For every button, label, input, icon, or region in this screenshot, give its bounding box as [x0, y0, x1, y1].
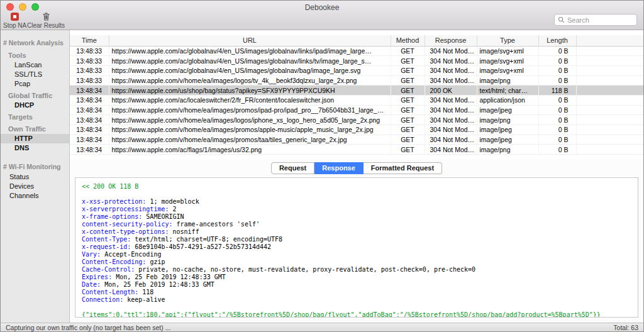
cell-url: https://www.apple.com/ac/globalnav/4/en_…	[109, 56, 391, 66]
cell-url: https://www.apple.com/us/shop/bag/status…	[109, 86, 391, 96]
sidebar-item-lanscan[interactable]: LanScan	[1, 60, 69, 70]
column-header-response[interactable]: Response	[425, 35, 477, 46]
column-header-type[interactable]: Type	[477, 35, 538, 46]
sidebar-item-ssl-tls[interactable]: SSL/TLS	[1, 70, 69, 79]
close-window-button[interactable]	[6, 3, 14, 11]
trash-icon	[42, 13, 50, 21]
response-header-value: keep-alive	[123, 296, 165, 303]
debookee-window: Debookee Stop NA Clear Results	[0, 0, 644, 332]
detail-tabs: RequestResponseFormatted Request	[70, 159, 643, 177]
minimize-window-button[interactable]	[19, 3, 26, 11]
search-input[interactable]	[567, 16, 633, 24]
zoom-window-button[interactable]	[31, 3, 39, 11]
request-row[interactable]: 13:48:34https://www.apple.com/us/shop/ba…	[70, 86, 643, 96]
sidebar-item-status[interactable]: Status	[1, 172, 69, 182]
column-header-url[interactable]: URL	[109, 35, 391, 46]
traffic-lights	[6, 3, 39, 11]
response-header-name: Vary:	[82, 251, 101, 258]
cell-response: 304 Not Mod…	[425, 115, 477, 125]
cell-method: GET	[391, 105, 425, 115]
sidebar-item-devices[interactable]: Devices	[1, 182, 69, 191]
stop-icon	[11, 13, 19, 21]
sidebar-item-own-traffic[interactable]: Own Traffic	[1, 124, 69, 134]
cell-length: 0 B	[538, 56, 576, 66]
response-body: {"items":0,"ttl":180,"api":{"flyout":"/%…	[82, 311, 601, 318]
cell-type: image/svg+xml	[477, 56, 538, 66]
status-bar: Capturing our own traffic only (no targe…	[1, 323, 643, 331]
response-header-name: x-content-type-options:	[82, 228, 169, 235]
cell-length: 0 B	[538, 95, 576, 105]
cell-url: https://www.apple.com/v/home/ea/images/l…	[109, 115, 391, 125]
cell-filler	[576, 65, 643, 75]
response-header-value: SAMEORIGIN	[142, 213, 184, 220]
cell-type: image/svg+xml	[477, 65, 538, 75]
request-row[interactable]: 13:48:34https://www.apple.com/v/home/ea/…	[70, 135, 643, 145]
cell-length: 0 B	[538, 105, 576, 115]
cell-method: GET	[391, 135, 425, 145]
cell-url: https://www.apple.com/ac/flags/1/images/…	[109, 145, 391, 155]
cell-time: 13:48:34	[70, 115, 109, 125]
cell-type: image/jpeg	[477, 105, 538, 115]
cell-length: 0 B	[538, 75, 576, 86]
request-row[interactable]: 13:48:33https://www.apple.com/v/home/ea/…	[70, 75, 643, 86]
column-header-filler	[576, 35, 643, 46]
cell-method: GET	[391, 115, 425, 125]
sidebar-item-wi-fi-monitoring: # Wi-Fi Monitoring	[1, 162, 69, 172]
sidebar-item-dns[interactable]: DNS	[1, 143, 69, 153]
sidebar-item-targets[interactable]: Targets	[1, 112, 69, 122]
response-header-name: x-serverprocessingtime:	[82, 206, 169, 213]
response-header-name: x-request-id:	[82, 243, 131, 250]
cell-length: 0 B	[538, 65, 576, 75]
tab-request[interactable]: Request	[271, 162, 314, 174]
request-row[interactable]: 13:48:34https://www.apple.com/ac/locales…	[70, 95, 643, 105]
search-field[interactable]	[554, 14, 637, 26]
response-header-name: Expires:	[82, 274, 112, 280]
tab-response[interactable]: Response	[314, 162, 364, 174]
sidebar-item-global-traffic[interactable]: Global Traffic	[1, 91, 69, 101]
cell-url: https://www.apple.com/v/home/ea/images/p…	[109, 125, 391, 135]
request-row[interactable]: 13:48:34https://www.apple.com/v/home/ea/…	[70, 115, 643, 125]
cell-type: text/html; char…	[477, 86, 538, 96]
detail-pane: RequestResponseFormatted Request << 200 …	[70, 159, 643, 323]
cell-length: 0 B	[538, 135, 576, 145]
stop-na-button[interactable]: Stop NA	[3, 13, 26, 29]
request-row[interactable]: 13:48:33https://www.apple.com/ac/globaln…	[70, 56, 643, 66]
column-header-time[interactable]: Time	[70, 35, 109, 46]
column-header-length[interactable]: Length	[538, 35, 576, 46]
cell-response: 304 Not Mod…	[425, 75, 477, 86]
cell-type: image/svg+xml	[477, 46, 538, 56]
sidebar-item-dhcp[interactable]: DHCP	[1, 101, 69, 110]
response-header-name: Connection:	[82, 296, 123, 303]
response-header-name: x-frame-options:	[82, 213, 142, 220]
table-body: 13:48:33https://www.apple.com/ac/globaln…	[70, 46, 643, 155]
clear-results-button[interactable]: Clear Results	[27, 13, 65, 29]
cell-filler	[576, 95, 643, 105]
column-header-method[interactable]: Method	[391, 35, 425, 46]
cell-method: GET	[391, 46, 425, 56]
cell-time: 13:48:33	[70, 75, 109, 86]
cell-response: 304 Not Mod…	[425, 105, 477, 115]
cell-time: 13:48:34	[70, 145, 109, 155]
cell-url: https://www.apple.com/ac/globalnav/4/en_…	[109, 65, 391, 75]
sidebar-item-http[interactable]: HTTP	[1, 134, 69, 143]
cell-time: 13:48:33	[70, 65, 109, 75]
window-body: # Network AnalysisToolsLanScanSSL/TLSPca…	[1, 30, 643, 323]
request-row[interactable]: 13:48:34https://www.apple.com/ac/flags/1…	[70, 145, 643, 155]
tab-formatted-request[interactable]: Formatted Request	[364, 162, 442, 174]
request-row[interactable]: 13:48:34https://www.apple.com/v/home/ea/…	[70, 105, 643, 115]
sidebar-item-tools[interactable]: Tools	[1, 50, 69, 60]
cell-length: 0 B	[538, 115, 576, 125]
clear-results-label: Clear Results	[27, 22, 65, 29]
cell-time: 13:48:34	[70, 95, 109, 105]
response-header-value: 1; mode=block	[146, 198, 199, 205]
sidebar-item-channels[interactable]: Channels	[1, 191, 69, 201]
window-chrome: Debookee Stop NA Clear Results	[1, 1, 643, 30]
sidebar-item-pcap[interactable]: Pcap	[1, 79, 69, 89]
request-row[interactable]: 13:48:33https://www.apple.com/ac/globaln…	[70, 46, 643, 56]
cell-response: 304 Not Mod…	[425, 46, 477, 56]
cell-method: GET	[391, 95, 425, 105]
request-row[interactable]: 13:48:34https://www.apple.com/v/home/ea/…	[70, 125, 643, 135]
request-row[interactable]: 13:48:33https://www.apple.com/ac/globaln…	[70, 65, 643, 75]
response-view[interactable]: << 200 OK 118 B x-xss-protection: 1; mod…	[75, 177, 638, 318]
sidebar: # Network AnalysisToolsLanScanSSL/TLSPca…	[1, 30, 70, 323]
